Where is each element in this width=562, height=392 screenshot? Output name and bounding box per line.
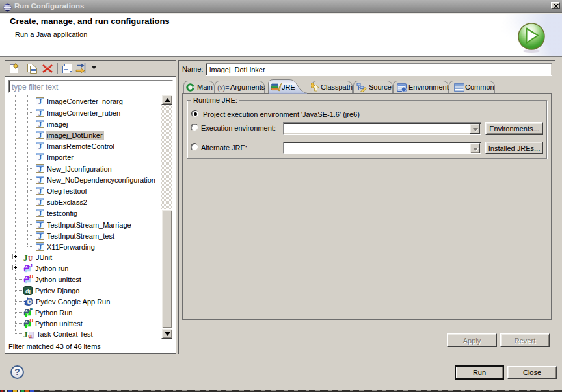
svg-text:J: J bbox=[23, 330, 28, 339]
svg-text:J: J bbox=[38, 199, 42, 206]
svg-text:J: J bbox=[38, 166, 42, 173]
svg-text:J: J bbox=[30, 263, 33, 268]
svg-text:J: J bbox=[38, 121, 42, 128]
svg-text:J: J bbox=[38, 154, 42, 161]
svg-text:J: J bbox=[38, 233, 42, 240]
svg-text:dj: dj bbox=[25, 287, 31, 294]
svg-text:J: J bbox=[38, 143, 42, 150]
svg-text:P: P bbox=[30, 307, 33, 313]
svg-text:J: J bbox=[38, 98, 42, 105]
svg-text:U: U bbox=[30, 319, 33, 324]
svg-text:J: J bbox=[38, 188, 42, 195]
svg-text:J: J bbox=[38, 110, 42, 117]
svg-text:J: J bbox=[38, 222, 42, 229]
svg-text:U: U bbox=[28, 255, 33, 262]
svg-text:u: u bbox=[28, 331, 32, 339]
svg-text:U: U bbox=[30, 274, 33, 280]
svg-text:J: J bbox=[38, 177, 42, 184]
svg-text:J: J bbox=[38, 210, 42, 217]
svg-text:J: J bbox=[38, 132, 42, 139]
svg-text:J: J bbox=[23, 253, 28, 262]
svg-text:J: J bbox=[38, 244, 42, 251]
